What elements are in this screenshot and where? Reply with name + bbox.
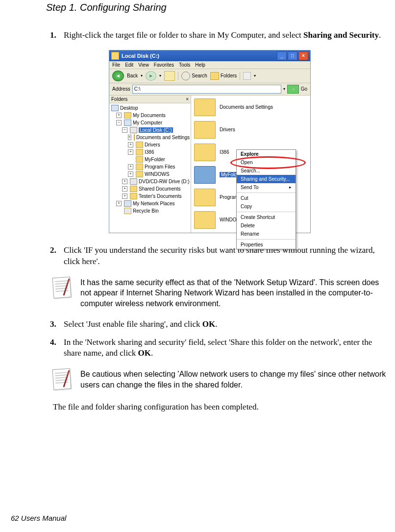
menu-view[interactable]: View [138, 62, 149, 68]
folders-button[interactable]: Folders [210, 72, 237, 80]
folder-label: I386 [220, 149, 229, 155]
step-1-bold: Sharing and Security [303, 30, 379, 40]
window-title: Local Disk (C:) [122, 53, 159, 59]
step-4-text: In the 'Network sharing and security' fi… [64, 337, 390, 360]
folders-icon [210, 72, 219, 80]
maximize-button[interactable]: □ [288, 51, 297, 60]
menu-file[interactable]: File [112, 62, 120, 68]
folder-item[interactable]: Documents and Settings [194, 98, 307, 116]
explorer-window: Local Disk (C:) _ □ × File Edit View Fav… [109, 50, 311, 233]
note-2-text: Be cautious when selecting 'Allow networ… [80, 369, 390, 390]
step-2-text: Click 'IF you understand the security ri… [64, 245, 390, 267]
step-3-number: 3. [50, 319, 64, 330]
menu-help[interactable]: Help [195, 62, 205, 68]
tree-netplaces[interactable]: +My Network Places [111, 200, 190, 207]
note-1: It has the same security effect as that … [53, 277, 390, 309]
tree-windows[interactable]: +WINDOWS [111, 170, 190, 178]
ctx-search[interactable]: Search... [237, 167, 296, 175]
menu-favorites[interactable]: Favorites [154, 62, 174, 68]
menu-bar: File Edit View Favorites Tools Help [109, 61, 310, 69]
ctx-sendto[interactable]: Send To [237, 183, 296, 192]
menu-edit[interactable]: Edit [125, 62, 133, 68]
folder-icon [194, 121, 216, 139]
context-menu: Explore Open Search... Sharing and Secur… [236, 149, 296, 249]
address-input[interactable] [132, 85, 281, 94]
tree-i386[interactable]: +I386 [111, 148, 190, 156]
tree-recycle[interactable]: +Recycle Bin [111, 207, 190, 215]
folder-label: Drivers [220, 127, 235, 132]
search-button[interactable]: Search [181, 72, 207, 80]
step-1-number: 1. [50, 30, 64, 41]
back-button[interactable]: ◄ [112, 71, 124, 81]
folder-label: Documents and Settings [220, 104, 273, 110]
ctx-cut[interactable]: Cut [237, 194, 296, 202]
tree-drivers[interactable]: +Drivers [111, 141, 190, 148]
tree-shared[interactable]: +Shared Documents [111, 185, 190, 193]
ctx-shortcut[interactable]: Create Shortcut [237, 213, 296, 221]
step-3-bold: OK [202, 319, 215, 329]
tree-myfolder[interactable]: +MyFolder [111, 156, 190, 163]
page-footer: 62 Users Manual [11, 514, 66, 522]
folder-icon [194, 189, 216, 206]
step-1: 1. Right-click the target file or folder… [50, 30, 390, 41]
step-1-text: Right-click the target file or folder to… [64, 30, 390, 41]
tree-close-icon[interactable]: × [186, 97, 189, 102]
step-3: 3. Select 'Just enable file sharing', an… [50, 319, 390, 330]
search-label: Search [192, 73, 207, 78]
go-label: Go [301, 86, 307, 92]
tree-mydocs[interactable]: +My Documents [111, 112, 190, 119]
address-bar: Address ▾ → Go [109, 83, 310, 96]
step-3-text: Select 'Just enable file sharing', and c… [64, 319, 390, 330]
step-4-number: 4. [50, 337, 64, 360]
tree-desktop[interactable]: Desktop [111, 104, 190, 112]
folder-icon [194, 166, 216, 184]
views-button[interactable] [243, 72, 251, 80]
folder-tree-pane: Folders× Desktop +My Documents −My Compu… [109, 96, 191, 233]
menu-tools[interactable]: Tools [179, 62, 190, 68]
toolbar: ◄ Back ▾ ► ▾ Search Folders ▾ [109, 69, 310, 83]
close-button[interactable]: × [298, 51, 308, 60]
note-icon [53, 369, 73, 390]
closing-text: The file and folder sharing configuratio… [53, 402, 390, 412]
folder-content-pane: Documents and Settings Drivers I386 MyFo… [191, 96, 310, 233]
note-icon [53, 277, 73, 299]
step-4-text-b: . [151, 348, 153, 358]
minimize-button[interactable]: _ [277, 51, 287, 60]
window-titlebar: Local Disk (C:) _ □ × [109, 50, 310, 61]
ctx-copy[interactable]: Copy [237, 202, 296, 211]
step-3-text-b: . [215, 319, 217, 329]
tree-docset[interactable]: +Documents and Settings [111, 134, 190, 141]
ctx-sharing[interactable]: Sharing and Security... [237, 175, 296, 183]
ctx-rename[interactable]: Rename [237, 230, 296, 238]
tree-progfiles[interactable]: +Program Files [111, 163, 190, 170]
step-4-text-a: In the 'Network sharing and security' fi… [64, 338, 372, 358]
tree-tester[interactable]: +Tester's Documents [111, 193, 190, 200]
go-button[interactable]: → [287, 85, 299, 94]
step-4-bold: OK [138, 348, 151, 358]
step-2: 2. Click 'IF you understand the security… [50, 245, 390, 267]
screenshot-container: Local Disk (C:) _ □ × File Edit View Fav… [29, 50, 390, 233]
ctx-explore[interactable]: Explore [237, 150, 296, 158]
ctx-open[interactable]: Open [237, 158, 296, 167]
step-2-number: 2. [50, 245, 64, 267]
address-label: Address [112, 86, 130, 92]
folder-icon [194, 144, 216, 161]
forward-button[interactable]: ► [146, 71, 156, 81]
step-4: 4. In the 'Network sharing and security'… [50, 337, 390, 360]
ctx-properties[interactable]: Properties [237, 241, 296, 249]
ctx-delete[interactable]: Delete [237, 221, 296, 230]
tree-localdisk[interactable]: −Local Disk (C:) [111, 126, 190, 134]
note-1-text: It has the same security effect as that … [80, 277, 390, 309]
tree-dvd[interactable]: +DVD/CD-RW Drive (D:) [111, 178, 190, 185]
drive-icon [111, 52, 119, 60]
folder-icon [194, 211, 216, 229]
up-button[interactable] [164, 71, 175, 81]
tree-mycomp[interactable]: −My Computer [111, 119, 190, 126]
step-title: Step 1. Configuring Sharing [46, 2, 390, 13]
folders-label: Folders [221, 73, 237, 78]
folder-tree-header: Folders× [109, 96, 191, 103]
step-1-text-a: Right-click the target file or folder to… [64, 30, 303, 40]
step-3-text-a: Select 'Just enable file sharing', and c… [64, 319, 202, 329]
folder-item[interactable]: Drivers [194, 121, 307, 139]
search-icon [181, 72, 190, 80]
